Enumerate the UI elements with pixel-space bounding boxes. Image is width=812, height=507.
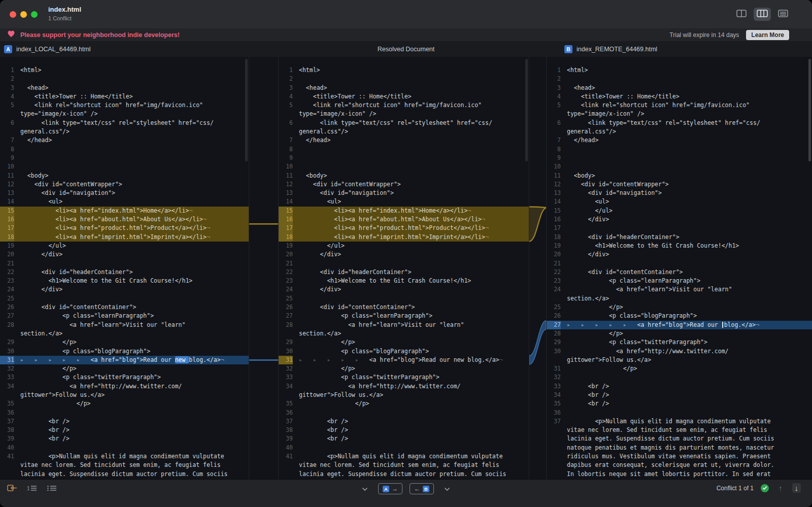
code-line[interactable]: 33 <br /> <box>547 382 812 391</box>
code-line[interactable]: 18 <li><a href="imprint.html">Imprint</a… <box>279 233 529 242</box>
code-line[interactable]: 4 <title>Tower :: Home</title> <box>0 92 249 101</box>
code-line[interactable]: 10 <box>547 162 812 171</box>
code-line[interactable]: 12 <div id="contentWrapper"> <box>547 180 812 189</box>
code-line[interactable]: 16 <li><a href="about.html">About Us</a>… <box>279 215 529 224</box>
code-line[interactable]: 29 <p class="twitterParagraph"> <box>547 338 812 347</box>
code-line[interactable]: 34 <a href="http://www.twitter.com/ gitt… <box>279 382 529 400</box>
code-line[interactable]: 12 <div id="contentWrapper"> <box>279 180 529 189</box>
changeset-navigator-button[interactable] <box>6 484 18 494</box>
code-line[interactable]: 2 <box>0 75 249 83</box>
code-line[interactable]: 27 <p class="learnParagraph"> <box>0 312 249 320</box>
line-numbers-toggle-button[interactable]: 1 <box>26 484 38 494</box>
code-line[interactable]: 23 <h1>Welcome to the Git Crash Course!<… <box>0 277 249 285</box>
code-line[interactable]: 9 <box>0 154 249 162</box>
code-line[interactable]: 27 <p class="learnParagraph"> <box>279 312 529 320</box>
code-line[interactable]: 23 <p class="learnParagraph"> <box>547 277 812 285</box>
zoom-window-button[interactable] <box>31 11 38 18</box>
code-line[interactable]: 38 <br /> <box>0 426 249 434</box>
change-list-button[interactable] <box>46 484 58 494</box>
code-line[interactable]: 4 <title>Tower :: Home</title> <box>279 92 529 101</box>
three-pane-view-button[interactable] <box>754 8 771 21</box>
code-line[interactable]: 2 <box>279 75 529 83</box>
code-line[interactable]: 17 <li><a href="product.html">Product</a… <box>279 224 529 232</box>
code-line[interactable]: 21 <box>547 259 812 268</box>
code-line[interactable]: 26 <div id="contentContainer"> <box>279 303 529 312</box>
code-line[interactable]: 30 <p class="blogParagraph"> <box>0 347 249 356</box>
code-line[interactable]: 33 <p class="twitterParagraph"> <box>279 373 529 382</box>
code-line[interactable]: 5 <link rel="shortcut icon" href="img/fa… <box>0 101 249 119</box>
code-line[interactable]: 14 <ul> <box>0 197 249 206</box>
code-line[interactable]: 32 </p> <box>279 364 529 373</box>
code-line[interactable]: 39 <br /> <box>279 434 529 443</box>
code-line[interactable]: 1<html> <box>279 66 529 75</box>
code-line[interactable]: 36 <box>279 409 529 417</box>
code-line[interactable]: 27▸ ▸ ▸ ▸ ▸ <a href="blog">Read our blog… <box>547 321 812 329</box>
code-line[interactable]: 32 <box>547 373 812 382</box>
code-line[interactable]: 20 </div> <box>279 250 529 259</box>
code-line[interactable]: 13 <div id="navigation"> <box>0 189 249 197</box>
code-line[interactable]: 34 <a href="http://www.twitter.com/ gitt… <box>0 382 249 400</box>
take-a-options-button[interactable] <box>359 484 371 494</box>
code-line[interactable]: 6 <link type="text/css" rel="stylesheet"… <box>0 119 249 137</box>
code-line[interactable]: 26 <p class="blogParagraph"> <box>547 312 812 320</box>
code-line[interactable]: 35 </p> <box>279 399 529 408</box>
code-line[interactable]: 18 <li><a href="imprint.html">Imprint</a… <box>0 233 249 242</box>
code-line[interactable]: 3 <head> <box>0 84 249 92</box>
code-line[interactable]: 3 <head> <box>279 84 529 92</box>
code-line[interactable]: 4 <title>Tower :: Home</title> <box>547 92 812 101</box>
pane-resolved[interactable]: 1<html>23 <head>4 <title>Tower :: Home</… <box>279 57 529 480</box>
take-b-options-button[interactable] <box>441 484 453 494</box>
code-line[interactable]: 28 <a href="learn">Visit our "learn" sec… <box>0 321 249 339</box>
code-line[interactable]: 38 <br /> <box>279 426 529 434</box>
code-line[interactable]: 20 </div> <box>0 250 249 259</box>
code-line[interactable]: 5 <link rel="shortcut icon" href="img/fa… <box>279 101 529 119</box>
code-line[interactable]: 30 <p class="blogParagraph"> <box>279 347 529 356</box>
code-line[interactable]: 35 </p> <box>0 399 249 408</box>
code-line[interactable]: 19 <h1>Welcome to the Git Crash Course!<… <box>547 242 812 250</box>
code-line[interactable]: 13 <div id="navigation"> <box>279 189 529 197</box>
code-line[interactable]: 17 <li><a href="product.html">Product</a… <box>0 224 249 232</box>
code-line[interactable]: 10 <box>0 162 249 171</box>
code-line[interactable]: 11 <body> <box>547 172 812 180</box>
code-line[interactable]: 41 <p>Nullam quis elit id magna condimen… <box>0 452 249 480</box>
code-line[interactable]: 40 <box>279 444 529 452</box>
code-line[interactable]: 34 <br /> <box>547 391 812 399</box>
close-window-button[interactable] <box>10 11 16 18</box>
code-line[interactable]: 35 <br /> <box>547 399 812 408</box>
code-line[interactable]: 14 <ul> <box>547 197 812 206</box>
code-line[interactable]: 24 <a href="learn">Visit our "learn" sec… <box>547 285 812 303</box>
code-line[interactable]: 16 <li><a href="about.html">About Us</a>… <box>0 215 249 224</box>
code-line[interactable]: 10 <box>279 162 529 171</box>
code-line[interactable]: 2 <box>547 75 812 83</box>
code-line[interactable]: 14 <ul> <box>279 197 529 206</box>
code-line[interactable]: 26 <div id="contentContainer"> <box>0 303 249 312</box>
code-line[interactable]: 8 <box>0 145 249 154</box>
code-line[interactable]: 11 <body> <box>279 172 529 180</box>
pane-remote[interactable]: 1<html>23 <head>4 <title>Tower :: Home</… <box>547 57 812 480</box>
learn-more-button[interactable]: Learn More <box>746 30 789 40</box>
code-line[interactable]: 21 <box>0 259 249 268</box>
code-line[interactable]: 24 </div> <box>279 285 529 294</box>
code-line[interactable]: 30 <a href="http://www.twitter.com/ gitt… <box>547 347 812 365</box>
pane-local[interactable]: 1<html>23 <head>4 <title>Tower :: Home</… <box>0 57 249 480</box>
file-list-view-button[interactable] <box>774 8 792 21</box>
code-line[interactable]: 15 <li><a href="index.html">Home</a></li… <box>0 207 249 215</box>
code-line[interactable]: 36 <box>0 409 249 417</box>
code-line[interactable]: 3 <head> <box>547 84 812 92</box>
code-line[interactable]: 31 </p> <box>547 364 812 373</box>
code-line[interactable]: 7 </head> <box>0 136 249 145</box>
code-line[interactable]: 22 <div id="contentContainer"> <box>547 268 812 277</box>
code-line[interactable]: 28 <a href="learn">Visit our "learn" sec… <box>279 321 529 339</box>
code-line[interactable]: 31▸ ▸ ▸ ▸ ▸ <a href="blog">Read our new … <box>279 356 529 364</box>
code-line[interactable]: 25 <box>0 294 249 303</box>
code-line[interactable]: 7 </head> <box>279 136 529 145</box>
local-scrollbar[interactable] <box>245 59 248 161</box>
minimize-window-button[interactable] <box>20 11 27 18</box>
code-line[interactable]: 5 <link rel="shortcut icon" href="img/fa… <box>547 101 812 119</box>
code-line[interactable]: 25 </p> <box>547 303 812 312</box>
code-line[interactable]: 28 </p> <box>547 329 812 338</box>
code-line[interactable]: 1<html> <box>0 66 249 75</box>
code-line[interactable]: 37 <br /> <box>0 417 249 426</box>
code-line[interactable]: 15 </ul> <box>547 207 812 215</box>
code-line[interactable]: 24 </div> <box>0 285 249 294</box>
